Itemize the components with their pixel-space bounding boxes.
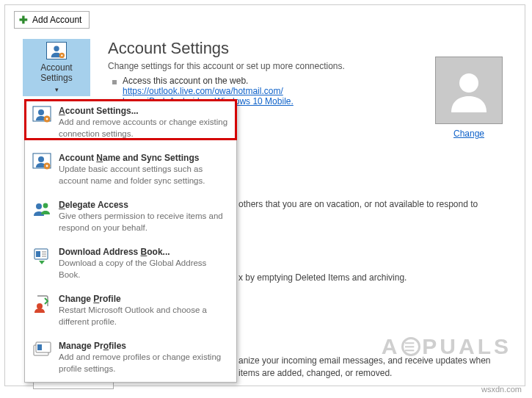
chevron-down-icon: ▾: [55, 86, 59, 93]
account-settings-ribbon-label: Account Settings: [40, 62, 72, 83]
svg-rect-19: [37, 344, 42, 350]
svg-point-5: [38, 109, 44, 115]
menu-item-change-profile[interactable]: Change Profile Restart Microsoft Outlook…: [25, 288, 236, 335]
bullet-icon: [112, 80, 117, 84]
window-frame: ✚ Add Account Account Settings ▾ Account…: [4, 4, 525, 386]
menu-item-title: Download Address Book...: [59, 247, 229, 257]
add-account-label: Add Account: [32, 15, 81, 25]
svg-point-3: [459, 73, 478, 93]
account-settings-icon: [46, 42, 67, 59]
menu-item-desc: Add and remove accounts or change existi…: [59, 117, 229, 140]
address-book-icon: [32, 247, 51, 266]
account-settings-ribbon-button[interactable]: Account Settings ▾: [23, 39, 90, 96]
svg-point-13: [43, 203, 48, 209]
menu-item-desc: Give others permission to receive items …: [59, 211, 229, 234]
avatar-placeholder: [435, 57, 503, 124]
manage-profiles-icon: [32, 341, 51, 360]
mailbox-text-fragment: x by emptying Deleted Items and archivin…: [238, 272, 507, 283]
menu-item-title: Delegate Access: [59, 200, 229, 210]
menu-item-download-address-book[interactable]: Download Address Book... Download a copy…: [25, 241, 236, 288]
svg-point-0: [54, 46, 59, 51]
menu-item-desc: Download a copy of the Global Address Bo…: [59, 258, 229, 281]
svg-point-11: [46, 165, 48, 167]
account-settings-dropdown: Account Settings... Add and remove accou…: [24, 99, 237, 383]
add-account-button[interactable]: ✚ Add Account: [14, 11, 90, 29]
svg-point-16: [37, 303, 43, 309]
menu-item-desc: Add and remove profiles or change existi…: [59, 352, 229, 375]
menu-item-delegate-access[interactable]: Delegate Access Give others permission t…: [25, 194, 236, 241]
credit-text: wsxdn.com: [481, 385, 522, 394]
change-photo-link[interactable]: Change: [453, 129, 484, 139]
menu-item-account-settings[interactable]: Account Settings... Add and remove accou…: [25, 100, 236, 147]
change-profile-icon: [32, 294, 51, 313]
svg-point-2: [61, 54, 62, 56]
menu-item-manage-profiles[interactable]: Manage Profiles Add and remove profiles …: [25, 335, 236, 382]
page-title: Account Settings: [108, 39, 510, 58]
vacation-text-fragment: others that you are on vacation, or not …: [238, 199, 507, 209]
watermark: A☰PUALS: [382, 334, 511, 359]
svg-point-7: [46, 118, 48, 120]
svg-rect-15: [36, 251, 40, 257]
menu-item-title: Change Profile: [59, 294, 229, 304]
menu-item-title: Manage Profiles: [59, 341, 229, 351]
menu-item-title: Account Name and Sync Settings: [59, 153, 229, 163]
menu-item-title: Account Settings...: [59, 106, 229, 116]
menu-item-desc: Restart Microsoft Outlook and choose a d…: [59, 305, 229, 328]
avatar-block: Change: [435, 57, 503, 139]
access-web-text: Access this account on the web.: [123, 76, 294, 86]
svg-point-9: [38, 156, 44, 162]
svg-point-12: [36, 203, 42, 209]
delegate-icon: [32, 200, 51, 219]
menu-item-name-sync[interactable]: Account Name and Sync Settings Update ba…: [25, 147, 236, 194]
owa-link[interactable]: https://outlook.live.com/owa/hotmail.com…: [123, 86, 283, 96]
menu-item-desc: Update basic account settings such as ac…: [59, 164, 229, 187]
person-icon: [445, 67, 492, 114]
account-sync-icon: [32, 153, 51, 172]
account-settings-icon: [32, 106, 51, 125]
plus-icon: ✚: [19, 15, 28, 25]
watermark-circle-icon: ☰: [401, 337, 420, 356]
